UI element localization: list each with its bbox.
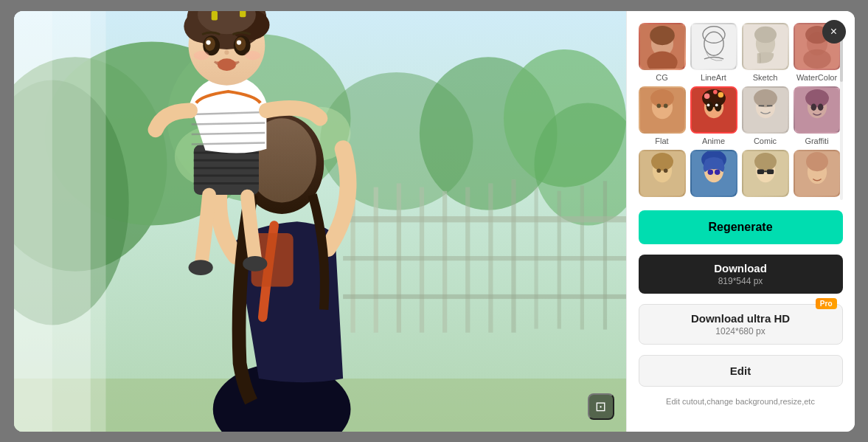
svg-rect-68 [692, 24, 736, 69]
style-item-lineart[interactable]: LineArt [690, 23, 737, 82]
svg-point-77 [803, 49, 831, 68]
svg-point-66 [650, 25, 675, 44]
style-thumb-r3c [742, 150, 789, 197]
svg-point-42 [188, 260, 212, 275]
svg-point-57 [236, 40, 240, 44]
svg-rect-117 [766, 169, 773, 174]
svg-point-90 [704, 93, 709, 99]
svg-rect-24 [343, 256, 626, 260]
download-ultra-wrapper: Download ultra HD 1024*680 px Pro [639, 304, 843, 345]
svg-point-115 [754, 152, 777, 170]
style-item-cg[interactable]: CG [639, 23, 686, 82]
svg-point-112 [714, 169, 720, 175]
svg-rect-25 [343, 294, 626, 298]
expand-icon: ⊡ [595, 398, 606, 415]
svg-point-43 [243, 256, 267, 272]
svg-point-81 [656, 103, 661, 108]
style-thumb-cg [639, 23, 686, 70]
svg-point-87 [714, 101, 721, 111]
download-hd-button[interactable]: Download 819*544 px [639, 255, 843, 294]
image-panel: ⊡ [14, 11, 626, 432]
style-item-graffiti[interactable]: Graffiti [794, 86, 841, 145]
style-thumb-r3b [690, 150, 737, 197]
svg-rect-51 [240, 11, 246, 17]
svg-point-92 [713, 89, 718, 94]
style-thumb-lineart [690, 23, 737, 70]
svg-point-111 [707, 169, 713, 175]
style-label-anime: Anime [702, 137, 725, 145]
svg-point-107 [663, 168, 667, 173]
svg-point-60 [193, 50, 209, 59]
style-label-flat: Flat [655, 137, 668, 145]
style-item-r3b[interactable] [690, 150, 737, 200]
right-panel: CG [626, 11, 855, 432]
svg-point-105 [651, 152, 673, 170]
expand-tool-button[interactable]: ⊡ [588, 393, 614, 420]
modal-container: × [14, 11, 855, 432]
download-ultra-size: 1024*680 px [715, 326, 765, 336]
svg-point-102 [817, 103, 823, 110]
pro-badge: Pro [816, 298, 837, 309]
style-item-r3a[interactable] [639, 150, 686, 200]
svg-rect-116 [757, 169, 763, 174]
style-item-sketch[interactable]: Sketch [742, 23, 789, 82]
svg-point-80 [650, 89, 674, 106]
regenerate-button[interactable]: Regenerate [639, 210, 843, 244]
style-thumb-graffiti [794, 86, 841, 134]
edit-hint: Edit cutout,change background,resize,etc [639, 397, 843, 406]
svg-rect-50 [211, 11, 217, 20]
svg-point-86 [706, 101, 712, 111]
style-thumb-sketch [742, 23, 789, 70]
download-hd-size: 819*544 px [718, 276, 763, 286]
svg-point-89 [715, 103, 718, 106]
style-thumb-anime [690, 86, 737, 134]
style-item-r3d[interactable] [794, 150, 841, 200]
svg-point-95 [754, 89, 777, 106]
svg-point-82 [663, 103, 667, 108]
svg-point-91 [718, 91, 723, 97]
style-label-comic: Comic [754, 137, 777, 145]
style-thumb-r3d [794, 150, 841, 197]
svg-point-56 [206, 40, 210, 44]
style-label-graffiti: Graffiti [805, 137, 828, 145]
svg-rect-15 [442, 190, 447, 332]
svg-point-121 [806, 151, 828, 170]
style-thumb-r3a [639, 150, 686, 197]
svg-rect-22 [603, 181, 606, 329]
style-scrollbar[interactable] [840, 23, 843, 200]
svg-rect-63 [14, 11, 52, 432]
download-hd-label: Download [714, 262, 767, 274]
svg-point-106 [656, 168, 661, 173]
style-label-watercolor: WaterColor [796, 73, 837, 82]
modal-overlay: × [0, 0, 868, 442]
style-label-lineart: LineArt [701, 73, 726, 82]
svg-point-88 [706, 103, 709, 106]
style-section: CG [639, 23, 843, 200]
style-thumb-comic [742, 86, 789, 134]
style-label-sketch: Sketch [753, 73, 778, 82]
download-ultra-label: Download ultra HD [691, 312, 790, 325]
svg-point-59 [217, 58, 235, 71]
style-grid: CG [639, 23, 837, 200]
svg-point-73 [754, 26, 777, 43]
svg-rect-23 [343, 216, 626, 222]
svg-point-101 [810, 103, 816, 110]
download-ultra-button[interactable]: Download ultra HD 1024*680 px [639, 304, 843, 345]
style-item-flat[interactable]: Flat [639, 86, 686, 145]
style-label-cg: CG [656, 73, 668, 82]
close-button[interactable]: × [822, 20, 846, 44]
edit-button[interactable]: Edit [639, 355, 843, 387]
svg-point-61 [245, 50, 260, 59]
style-thumb-flat [639, 86, 686, 134]
style-grid-wrapper: CG [639, 23, 843, 200]
style-item-anime[interactable]: Anime [690, 86, 737, 145]
style-item-r3c[interactable] [742, 150, 789, 200]
style-item-comic[interactable]: Comic [742, 86, 789, 145]
anime-image [14, 11, 626, 432]
svg-point-58 [224, 49, 229, 54]
svg-point-100 [805, 89, 829, 106]
